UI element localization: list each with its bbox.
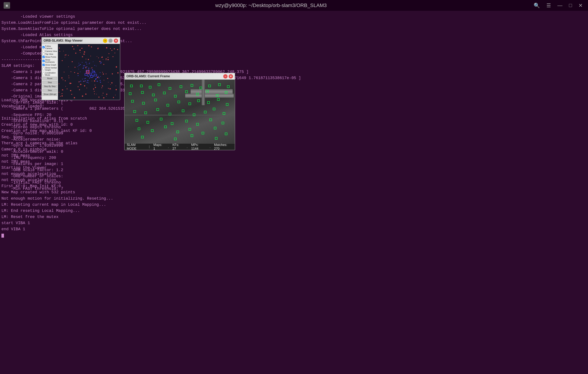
map-point-blue: [78, 66, 78, 67]
map-point-red: [110, 88, 111, 89]
camera-feed: [125, 80, 235, 143]
current-frame-buttons[interactable]: − ✕: [223, 74, 233, 79]
feat-2: [140, 85, 143, 87]
feat-47: [209, 118, 212, 121]
feat-30: [217, 98, 220, 101]
map-point-red: [104, 80, 104, 80]
map-point-red: [109, 53, 109, 54]
map-point-red: [99, 61, 100, 62]
map-point-red: [103, 64, 104, 65]
map-point-red: [92, 67, 92, 68]
pipe-horizontal-2: [185, 94, 234, 98]
map-point-red: [77, 73, 78, 74]
map-point-blue: [89, 64, 89, 64]
feat-60: [215, 137, 218, 140]
feat-26: [178, 101, 180, 103]
map-point-blue: [88, 68, 89, 69]
map-point-blue: [80, 64, 81, 65]
feat-25: [167, 104, 169, 107]
feat-44: [171, 122, 173, 125]
map-viewer-maximize[interactable]: □: [108, 39, 113, 43]
menu-button[interactable]: ☰: [545, 2, 553, 9]
map-point-red: [70, 90, 71, 91]
map-control-checkbox[interactable]: Top View: [42, 53, 57, 55]
current-frame-minimize[interactable]: −: [223, 74, 228, 79]
map-point-blue: [78, 69, 79, 69]
map-point-red: [62, 95, 63, 96]
map-point-red: [79, 50, 81, 51]
map-point-blue: [89, 63, 90, 64]
map-point-red: [72, 46, 73, 47]
map-point-blue: [84, 65, 85, 66]
map-control-checkbox[interactable]: Localisation Mode: [42, 72, 57, 76]
feat-5: [169, 87, 171, 90]
feat-46: [196, 123, 199, 126]
map-control-label: Top View: [45, 53, 53, 55]
map-point-red: [108, 82, 109, 83]
feat-23: [142, 102, 145, 105]
map-control-label: Camera View: [45, 50, 57, 52]
map-point-blue: [85, 66, 85, 66]
map-control-button[interactable]: Stop: [42, 81, 57, 84]
feat-24: [154, 99, 157, 101]
pipe-horizontal-3: [125, 115, 235, 116]
map-control-checkbox[interactable]: Show Keyframes: [42, 59, 57, 63]
map-point-blue: [88, 76, 89, 77]
map-control-checkbox[interactable]: Camera View: [42, 50, 57, 52]
map-control-button[interactable]: Step By Step: [42, 85, 57, 88]
minimize-button[interactable]: —: [556, 2, 564, 9]
feat-6: [180, 85, 182, 88]
map-point-red: [59, 51, 60, 52]
map-point-red: [77, 45, 78, 46]
feat-11: [227, 85, 230, 88]
map-point-red: [116, 89, 117, 90]
map-point-red: [106, 47, 107, 48]
keyframe-2: [89, 73, 92, 75]
keyframe-5: [90, 75, 93, 77]
map-point-blue: [88, 83, 89, 83]
map-point-red: [65, 54, 66, 55]
keyframe-1: [86, 70, 89, 72]
search-button[interactable]: 🔍: [532, 2, 542, 9]
status-sep-4: ,: [210, 145, 210, 149]
map-point-blue: [80, 72, 81, 72]
map-control-checkbox[interactable]: Show Points: [42, 56, 57, 58]
map-control-button[interactable]: Show LBA opt: [42, 93, 57, 96]
map-point-red: [108, 88, 109, 89]
map-point-red: [91, 46, 92, 47]
map-point-red: [103, 59, 103, 60]
map-point-red: [88, 59, 89, 60]
map-point-red: [117, 49, 118, 50]
map-point-red: [78, 86, 78, 87]
map-point-red: [84, 85, 85, 86]
current-frame-close[interactable]: ✕: [229, 74, 233, 79]
map-point-blue: [100, 80, 101, 81]
feat-37: [193, 114, 195, 116]
map-control-checkbox[interactable]: Show Inertial Graph: [42, 67, 57, 71]
map-viewer-buttons[interactable]: − □ ✕: [103, 39, 118, 43]
feat-15: [163, 92, 166, 94]
map-viewer-minimize[interactable]: −: [103, 39, 107, 43]
map-control-label: Show Points: [45, 56, 56, 58]
map-control-button[interactable]: Reset: [42, 77, 57, 80]
map-point-red: [98, 57, 99, 58]
feat-54: [202, 132, 204, 134]
map-point-red: [62, 60, 63, 61]
feat-14: [152, 94, 155, 96]
map-control-checkbox[interactable]: Show Graph: [42, 64, 57, 66]
map-point-blue: [85, 68, 86, 68]
feat-57: [141, 136, 144, 138]
map-viewer-close[interactable]: ✕: [114, 39, 118, 43]
map-control-button[interactable]: Step: [42, 89, 57, 92]
maximize-button[interactable]: □: [567, 2, 574, 9]
map-control-checkbox[interactable]: Follow Camera: [42, 45, 57, 49]
feat-39: [213, 108, 215, 110]
feat-35: [169, 113, 171, 115]
map-point-red: [106, 74, 106, 74]
map-point-red: [110, 84, 111, 85]
close-button[interactable]: ✕: [577, 2, 584, 9]
map-point-red: [117, 72, 119, 74]
map-point-red: [71, 71, 71, 72]
map-control-label: Follow Camera: [45, 45, 57, 49]
title-bar-controls[interactable]: 🔍 ☰ — □ ✕: [532, 2, 584, 9]
